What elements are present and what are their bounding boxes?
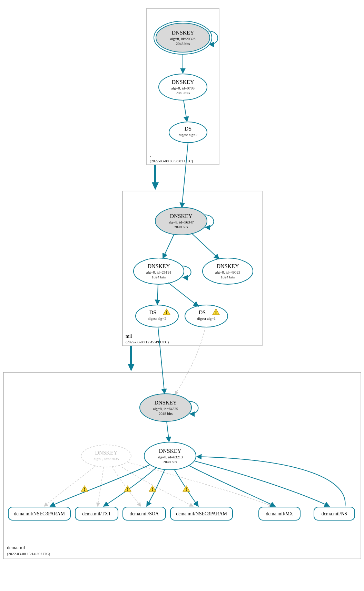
node-mil-ksk[interactable]: DNSKEY alg=8, id=56347 2048 bits: [155, 207, 207, 235]
svg-text:2048 bits: 2048 bits: [176, 91, 190, 95]
svg-text:dcma.mil/TXT: dcma.mil/TXT: [82, 511, 111, 516]
rr-nsec3param-b[interactable]: dcma.mil/NSEC3PARAM: [170, 507, 233, 520]
svg-text:DNSKEY: DNSKEY: [155, 400, 177, 406]
svg-point-29: [185, 305, 228, 327]
edge-zsk-to-rr2: [104, 467, 157, 506]
rr-soa[interactable]: dcma.mil/SOA: [123, 507, 166, 520]
node-mil-zsk2[interactable]: DNSKEY alg=8, id=49023 1024 bits: [203, 258, 253, 284]
svg-text:DS: DS: [199, 309, 206, 315]
edge-root-ds-to-mil-ksk: [182, 143, 188, 208]
rr-txt[interactable]: dcma.mil/TXT: [75, 507, 118, 520]
svg-point-11: [169, 122, 207, 143]
svg-point-40: [81, 445, 131, 467]
rr-nsec3param-a[interactable]: dcma.mil/NSEC3PARAM: [8, 507, 70, 520]
edge-zsk-to-rr6: [195, 461, 329, 506]
zone-mil-label: mil: [126, 334, 132, 339]
svg-text:alg=8, id=64339: alg=8, id=64339: [153, 407, 178, 411]
edge-mil-ksk-to-zsk: [163, 234, 174, 258]
node-dcma-zsk2[interactable]: DNSKEY alg=8, id=37035: [81, 445, 131, 467]
svg-text:2048 bits: 2048 bits: [159, 411, 173, 416]
rr-mx[interactable]: dcma.mil/MX: [259, 507, 300, 520]
edge-root-zsk-to-ds: [184, 100, 187, 122]
edge-rr6-back-to-zsk: [197, 457, 345, 506]
svg-text:DNSKEY: DNSKEY: [170, 213, 193, 219]
edge-mil-zsk-to-ds2: [168, 283, 198, 306]
node-dcma-ksk[interactable]: DNSKEY alg=8, id=64339 2048 bits: [140, 394, 191, 421]
svg-text:dcma.mil/NSEC3PARAM: dcma.mil/NSEC3PARAM: [176, 511, 227, 516]
node-dcma-zsk[interactable]: DNSKEY alg=8, id=63213 2048 bits: [144, 442, 196, 470]
node-mil-ds1[interactable]: DS digest alg=2: [136, 305, 178, 327]
warning-icon: [183, 486, 190, 492]
svg-text:DNSKEY: DNSKEY: [217, 263, 239, 269]
dnssec-graph: . (2022-03-08 08:56:01 UTC) DNSKEY alg=8…: [0, 0, 364, 591]
svg-text:DNSKEY: DNSKEY: [148, 263, 170, 269]
edge-zsk-to-rr3: [147, 469, 165, 506]
edge-mil-zsk-to-ds1: [157, 284, 158, 305]
svg-text:digest alg=2: digest alg=2: [148, 316, 166, 321]
zone-mil-time: (2022-03-08 12:45:49 UTC): [126, 340, 169, 344]
svg-text:1024 bits: 1024 bits: [152, 275, 166, 279]
svg-text:dcma.mil/NSEC3PARAM: dcma.mil/NSEC3PARAM: [14, 511, 65, 516]
svg-text:DNSKEY: DNSKEY: [172, 30, 194, 36]
node-root-ksk[interactable]: DNSKEY alg=8, id=20326 2048 bits: [154, 21, 212, 54]
node-root-ds[interactable]: DS digest alg=2: [169, 122, 207, 143]
svg-text:dcma.mil/NS: dcma.mil/NS: [322, 511, 347, 516]
svg-text:dcma.mil/SOA: dcma.mil/SOA: [130, 511, 159, 516]
svg-text:DNSKEY: DNSKEY: [172, 79, 194, 85]
svg-text:alg=8, id=9799: alg=8, id=9799: [171, 86, 195, 90]
svg-text:2048 bits: 2048 bits: [163, 460, 177, 464]
svg-text:DNSKEY: DNSKEY: [95, 450, 118, 456]
edge-zsk-to-rr1: [50, 465, 150, 506]
svg-text:2048 bits: 2048 bits: [176, 41, 190, 46]
svg-text:alg=8, id=20326: alg=8, id=20326: [170, 37, 196, 41]
warning-icon: [81, 486, 88, 492]
node-root-zsk[interactable]: DNSKEY alg=8, id=9799 2048 bits: [159, 74, 207, 100]
zone-root-label: .: [150, 153, 151, 158]
edge-mil-ds2-to-dcma-ksk: [175, 327, 205, 395]
svg-text:alg=8, id=49023: alg=8, id=49023: [215, 270, 240, 274]
svg-point-26: [136, 305, 178, 327]
svg-text:DS: DS: [149, 309, 156, 315]
edge-mil-ds1-to-dcma-ksk: [158, 327, 165, 394]
svg-text:DS: DS: [185, 126, 191, 132]
zone-dcma-time: (2022-03-08 15:14:30 UTC): [7, 552, 50, 556]
svg-text:digest alg=1: digest alg=1: [197, 316, 216, 321]
svg-text:alg=8, id=25191: alg=8, id=25191: [146, 270, 171, 274]
node-mil-ds2[interactable]: DS digest alg=1: [185, 305, 228, 327]
svg-text:alg=8, id=37035: alg=8, id=37035: [94, 457, 119, 461]
edge-zsk2-to-rr1: [44, 466, 96, 506]
rr-ns[interactable]: dcma.mil/NS: [314, 507, 355, 520]
edge-dcma-ksk-to-zsk: [167, 421, 169, 442]
svg-text:alg=8, id=63213: alg=8, id=63213: [158, 455, 183, 459]
svg-text:alg=8, id=56347: alg=8, id=56347: [169, 220, 194, 224]
svg-text:digest alg=2: digest alg=2: [179, 133, 197, 137]
edge-mil-ksk-to-zsk2: [191, 233, 219, 259]
svg-text:DNSKEY: DNSKEY: [159, 448, 181, 454]
svg-text:1024 bits: 1024 bits: [221, 275, 235, 279]
svg-text:2048 bits: 2048 bits: [174, 225, 188, 229]
node-mil-zsk[interactable]: DNSKEY alg=8, id=25191 1024 bits: [134, 258, 184, 284]
edge-zsk2-to-rr4: [119, 465, 193, 506]
svg-text:dcma.mil/MX: dcma.mil/MX: [266, 511, 293, 516]
edge-zsk2-to-rr3: [112, 466, 141, 506]
edge-zsk2-to-rr5: [128, 462, 273, 506]
zone-dcma-label: dcma.mil: [7, 545, 25, 550]
